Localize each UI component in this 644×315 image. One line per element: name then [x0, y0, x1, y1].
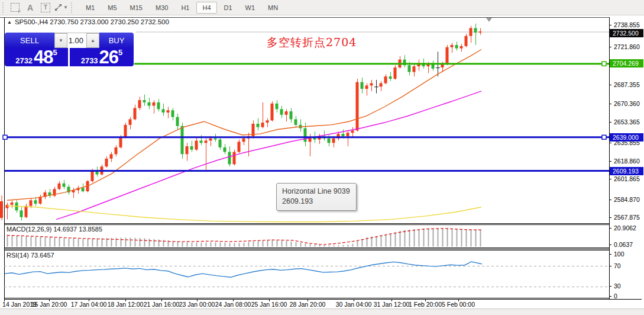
arrows-icon [54, 3, 63, 12]
ma-slow-yellow [7, 206, 481, 222]
price-axis-label: 2670.360 [614, 100, 640, 107]
toolbar-grip[interactable] [1, 2, 5, 13]
price-axis-label: 2601.865 [614, 175, 640, 182]
moving-averages [7, 50, 481, 222]
price-badge: 2704.269 [610, 59, 643, 68]
arrows-tool-icon[interactable]: ▼ [54, 2, 68, 14]
tooltip-line-value: 2609.193 [282, 197, 350, 207]
symbol-ohlc-text: SP500-,H4 2730.750 2733.000 2730.250 273… [15, 18, 169, 25]
price-axis-label: 2721.860 [614, 43, 640, 50]
volume-stepper: ▼ 1.00 ▲ [54, 33, 99, 48]
sell-price-handle: 2732 [15, 56, 33, 65]
collapse-triangle-icon: ▲ [7, 20, 12, 25]
tf-button-M5[interactable]: M5 [102, 2, 122, 14]
tf-button-M30[interactable]: M30 [150, 2, 174, 14]
buy-price-fraction: 5 [118, 49, 122, 56]
hline-handle[interactable] [602, 62, 606, 66]
hline-handle[interactable] [3, 135, 7, 139]
time-axis[interactable]: 14 Jan 201915 Jan 20:0017 Jan 04:0018 Ja… [0, 300, 644, 308]
rsi-line [5, 262, 482, 277]
toolbar-grip-2[interactable] [70, 2, 73, 13]
buy-button[interactable]: BUY [99, 33, 134, 48]
tf-button-H1[interactable]: H1 [175, 2, 195, 14]
time-axis-label: 5 Feb 00:00 [442, 301, 475, 308]
ma-fast-orange [7, 50, 481, 201]
chart-shift-marker-icon[interactable] [486, 18, 492, 22]
time-axis-label: 24 Jan 08:00 [215, 301, 251, 308]
text-box-icon[interactable]: T [38, 2, 53, 14]
price-badge: 2609.193 [610, 167, 643, 175]
price-axis-label: 2618.860 [614, 158, 640, 165]
rsi-panel [4, 262, 609, 287]
volume-input[interactable]: 1.00 [67, 33, 86, 48]
time-axis-label: 1 Feb 20:00 [409, 301, 442, 308]
tf-button-M15[interactable]: M15 [124, 2, 148, 14]
time-axis-label: 15 Jan 20:00 [31, 301, 67, 308]
status-bar [0, 308, 644, 315]
chevron-down-icon: ▼ [63, 5, 68, 10]
price-badge: 2732.500 [610, 29, 643, 37]
rsi-axis-label: 30 [614, 282, 621, 290]
buy-price-pips: 26 [99, 50, 118, 65]
sell-price-display[interactable]: 2732 48 5 [5, 48, 68, 66]
price-badge: 2639.000 [610, 133, 643, 142]
time-axis-label: 17 Jan 04:00 [71, 301, 107, 308]
time-axis-label: 23 Jan 00:00 [179, 301, 215, 308]
horizontal-lines [3, 62, 609, 171]
tooltip-line-name: Horizontal Line 9039 [282, 187, 350, 197]
tf-button-H4[interactable]: H4 [196, 2, 216, 14]
price-axis-label: 2653.365 [614, 118, 640, 126]
time-axis-label: 31 Jan 12:00 [374, 301, 410, 308]
tf-button-D1[interactable]: D1 [218, 2, 238, 14]
buy-price-handle: 2733 [81, 56, 98, 65]
one-click-trade-panel: SELL ▼ 1.00 ▲ BUY 2732 48 5 2733 26 5 [5, 33, 134, 66]
rsi-axis-label: 70 [614, 262, 621, 269]
horizontal-line-tooltip: Horizontal Line 9039 2609.193 [276, 183, 357, 211]
time-axis-label: 18 Jan 12:00 [108, 301, 144, 308]
time-axis-label: 30 Jan 04:00 [336, 301, 372, 308]
buy-price-display[interactable]: 2733 26 5 [70, 48, 134, 66]
time-axis-label: 25 Jan 16:00 [251, 301, 287, 308]
rsi-indicator-label: RSI(14) 73.6457 [7, 252, 54, 259]
sell-price-pips: 48 [34, 50, 53, 65]
axis-ticks [5, 25, 612, 302]
tf-button-MN[interactable]: MN [262, 2, 284, 14]
time-axis-label: 28 Jan 20:00 [290, 301, 326, 308]
tf-button-M1[interactable]: M1 [80, 2, 101, 14]
price-axis-label: 2687.355 [614, 81, 640, 88]
rsi-axis-label: 100 [614, 250, 624, 258]
macd-axis-label: 20.9062 [614, 224, 636, 232]
price-axis-label: 2584.870 [614, 196, 640, 203]
volume-decrease-button[interactable]: ▼ [54, 33, 67, 48]
price-axis[interactable]: 2738.8552721.8602687.3552670.3602653.365… [609, 15, 644, 299]
time-axis-label: 21 Jan 16:00 [144, 301, 180, 308]
hline-handle[interactable] [602, 135, 606, 139]
tf-button-W1[interactable]: W1 [240, 2, 261, 14]
sell-button[interactable]: SELL [5, 33, 54, 48]
mt4-chart-window: F A T ▼ M1M5M15M30H1H4D1W1MN ▲SP500-,H4 … [0, 0, 644, 315]
price-axis-label: 2738.855 [614, 21, 640, 28]
fibo-grid-icon[interactable]: F [8, 2, 22, 14]
volume-increase-button[interactable]: ▲ [86, 33, 99, 48]
toolbar: F A T ▼ M1M5M15M30H1H4D1W1MN [0, 0, 644, 15]
sell-price-fraction: 5 [53, 49, 57, 56]
symbol-ohlc-header: ▲SP500-,H4 2730.750 2733.000 2730.250 27… [7, 18, 169, 25]
macd-indicator-label: MACD(12,26,9) 14.6937 13.8585 [7, 226, 102, 233]
ma-mid-magenta [56, 91, 481, 220]
macd-axis-label: 0.0637 [614, 241, 633, 248]
price-axis-label: 2567.875 [614, 214, 640, 221]
text-label-icon[interactable]: A [23, 2, 37, 14]
rsi-axis-label: 0 [614, 292, 617, 300]
timeframe-bar: M1M5M15M30H1H4D1W1MN [79, 2, 284, 14]
chart-text-annotation[interactable]: 多空转折点2704 [267, 35, 357, 50]
